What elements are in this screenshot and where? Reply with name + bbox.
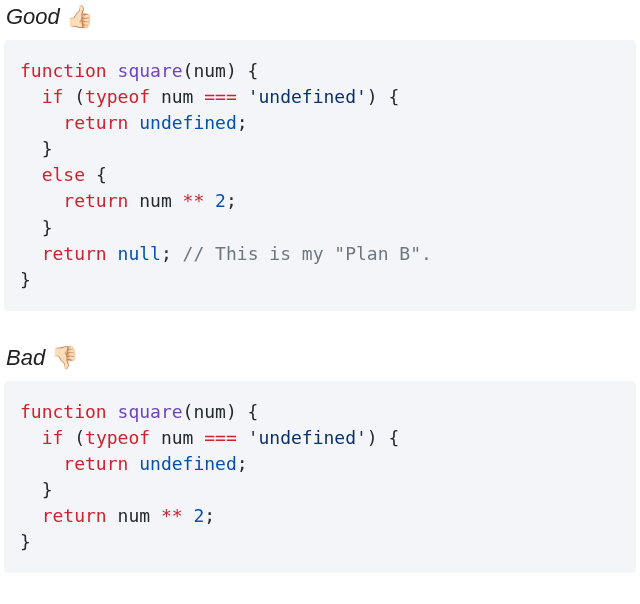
code-token: ) bbox=[226, 401, 237, 422]
code-token bbox=[20, 427, 42, 448]
code-token bbox=[204, 190, 215, 211]
code-token: { bbox=[85, 164, 107, 185]
code-token: ; bbox=[237, 453, 248, 474]
code-token: ** bbox=[161, 505, 183, 526]
bad-label: Bad bbox=[6, 345, 45, 371]
code-token: } bbox=[20, 531, 31, 552]
code-token bbox=[20, 243, 42, 264]
code-token: ; bbox=[226, 190, 237, 211]
code-line: } bbox=[20, 479, 53, 500]
code-token: { bbox=[237, 401, 259, 422]
code-token: ( bbox=[183, 60, 194, 81]
code-token: typeof bbox=[85, 427, 150, 448]
code-line: } bbox=[20, 269, 31, 290]
code-token: else bbox=[42, 164, 85, 185]
code-token: num bbox=[150, 86, 204, 107]
code-line: else { bbox=[20, 164, 107, 185]
code-token bbox=[20, 505, 42, 526]
code-token: === bbox=[204, 86, 237, 107]
code-token: } bbox=[20, 479, 53, 500]
code-token: function bbox=[20, 60, 107, 81]
code-token bbox=[237, 86, 248, 107]
code-token: square bbox=[118, 60, 183, 81]
code-line: return num ** 2; bbox=[20, 505, 215, 526]
code-token: undefined bbox=[139, 112, 237, 133]
code-token: ** bbox=[183, 190, 205, 211]
code-token bbox=[20, 112, 63, 133]
code-token: ( bbox=[183, 401, 194, 422]
code-token: num bbox=[193, 60, 226, 81]
code-line: if (typeof num === 'undefined') { bbox=[20, 86, 399, 107]
code-token: ) { bbox=[367, 427, 400, 448]
code-token bbox=[183, 505, 194, 526]
code-token: num bbox=[107, 505, 161, 526]
code-line: function square(num) { bbox=[20, 401, 258, 422]
code-token bbox=[237, 427, 248, 448]
code-token: return bbox=[63, 190, 128, 211]
code-token bbox=[20, 453, 63, 474]
code-token bbox=[107, 60, 118, 81]
code-token: num bbox=[193, 401, 226, 422]
code-token: } bbox=[20, 269, 31, 290]
code-token: return bbox=[42, 505, 107, 526]
code-block-bad: function square(num) { if (typeof num ==… bbox=[4, 381, 636, 574]
good-label: Good bbox=[6, 4, 60, 30]
code-token: ; bbox=[204, 505, 215, 526]
code-token: num bbox=[128, 190, 182, 211]
code-token: function bbox=[20, 401, 107, 422]
thumbs-down-icon: 👎🏻 bbox=[51, 347, 78, 369]
code-line: return undefined; bbox=[20, 112, 248, 133]
code-token: } bbox=[20, 138, 53, 159]
code-token: return bbox=[63, 453, 128, 474]
code-token: ) bbox=[226, 60, 237, 81]
code-block-good: function square(num) { if (typeof num ==… bbox=[4, 40, 636, 311]
code-line: if (typeof num === 'undefined') { bbox=[20, 427, 399, 448]
code-token: 2 bbox=[215, 190, 226, 211]
code-token: if bbox=[42, 86, 64, 107]
code-token: // This is my "Plan B". bbox=[183, 243, 432, 264]
code-token: square bbox=[118, 401, 183, 422]
code-token bbox=[128, 112, 139, 133]
code-token: ; bbox=[161, 243, 183, 264]
code-line: } bbox=[20, 531, 31, 552]
code-token: ; bbox=[237, 112, 248, 133]
code-token bbox=[107, 243, 118, 264]
code-token: return bbox=[63, 112, 128, 133]
code-line: } bbox=[20, 217, 53, 238]
code-line: function square(num) { bbox=[20, 60, 258, 81]
bad-heading: Bad 👎🏻 bbox=[0, 341, 640, 381]
code-line: return num ** 2; bbox=[20, 190, 237, 211]
code-token: typeof bbox=[85, 86, 150, 107]
good-heading: Good 👍🏻 bbox=[0, 0, 640, 40]
code-token: 'undefined' bbox=[248, 427, 367, 448]
code-line: return null; // This is my "Plan B". bbox=[20, 243, 432, 264]
code-token: ( bbox=[63, 86, 85, 107]
code-token bbox=[20, 164, 42, 185]
code-token: if bbox=[42, 427, 64, 448]
code-token: num bbox=[150, 427, 204, 448]
code-token: === bbox=[204, 427, 237, 448]
code-token: null bbox=[118, 243, 161, 264]
code-token bbox=[20, 190, 63, 211]
thumbs-up-icon: 👍🏻 bbox=[66, 6, 93, 28]
code-token: ( bbox=[63, 427, 85, 448]
code-token bbox=[128, 453, 139, 474]
code-token bbox=[20, 86, 42, 107]
code-line: return undefined; bbox=[20, 453, 248, 474]
code-token: { bbox=[237, 60, 259, 81]
code-token: ) { bbox=[367, 86, 400, 107]
code-token: } bbox=[20, 217, 53, 238]
code-line: } bbox=[20, 138, 53, 159]
code-token: 2 bbox=[193, 505, 204, 526]
code-token: 'undefined' bbox=[248, 86, 367, 107]
code-token: return bbox=[42, 243, 107, 264]
code-token bbox=[107, 401, 118, 422]
code-token: undefined bbox=[139, 453, 237, 474]
